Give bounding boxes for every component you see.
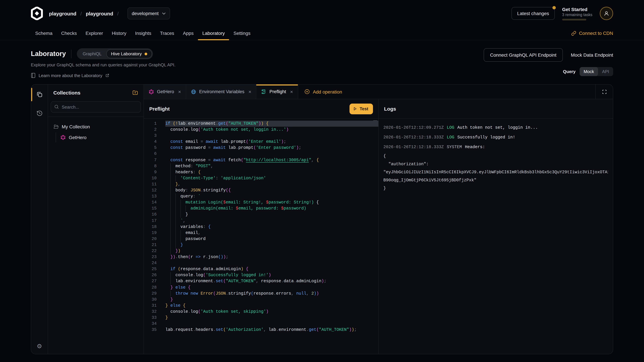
indent-guide	[180, 230, 181, 236]
rail-history-button[interactable]	[31, 108, 48, 119]
search-input[interactable]	[51, 101, 141, 113]
tab-preflight[interactable]: Preflight×	[256, 84, 298, 99]
indent-guide	[180, 212, 181, 218]
nav-item-schema[interactable]: Schema	[31, 26, 57, 40]
laboratory-workspace: ⚙ Collections	[31, 84, 613, 354]
mode-option-hive-laboratory[interactable]: Hive Laboratory	[106, 49, 152, 58]
line-content: email,	[165, 230, 378, 236]
get-started-progressbar	[562, 18, 586, 20]
indent-guide	[170, 199, 171, 205]
line-content: if (response.data.adminLogin) {	[165, 266, 378, 272]
nav-item-apps[interactable]: Apps	[178, 26, 198, 40]
line-number: 21	[144, 242, 157, 248]
line-content: console.log('Auth token set, skipping')	[165, 309, 378, 315]
line-number: 10	[144, 175, 157, 181]
log-timestamp: 2026-01-26T12:12:18.333Z	[384, 145, 444, 149]
nav-item-explorer[interactable]: Explorer	[81, 26, 107, 40]
log-message: Headers:	[465, 145, 485, 149]
folder-plus-icon[interactable]	[132, 89, 138, 95]
avatar[interactable]	[600, 7, 613, 20]
get-started-widget[interactable]: Get Started 3 remaining tasks	[562, 6, 592, 20]
target-select[interactable]: development	[127, 7, 170, 19]
test-button[interactable]: Test	[350, 103, 373, 114]
log-json-line: B90oqg_IjOmGtjP6CkiV5Jt695jBD0fjzPxk"	[384, 176, 608, 184]
nav-item-history[interactable]: History	[107, 26, 131, 40]
latest-changes-button[interactable]: Latest changes	[512, 7, 555, 20]
breadcrumb-separator: /	[80, 10, 82, 16]
line-content: variables: {	[165, 224, 378, 230]
settings-gear-button[interactable]: ⚙	[37, 343, 42, 350]
tab-gethero[interactable]: GetHero×	[144, 84, 186, 99]
query-option-mock[interactable]: Mock	[580, 67, 598, 76]
code-line: 18 variables: {	[144, 224, 378, 230]
indent-guide	[170, 236, 171, 242]
nav-item-checks[interactable]: Checks	[57, 26, 81, 40]
indent-guide	[180, 236, 181, 242]
breadcrumb-org[interactable]: playground	[49, 10, 76, 16]
add-operation-button[interactable]: Add operation	[298, 84, 348, 99]
code-editor[interactable]: 1if (!lab.environment.get("AUTH_TOKEN"))…	[144, 119, 378, 354]
left-rail: ⚙	[31, 84, 48, 354]
indent-guide	[170, 224, 171, 230]
divider	[71, 49, 72, 58]
connect-endpoint-button[interactable]: Connect GraphQL API Endpoint	[484, 48, 563, 62]
collections-panel: Collections My Collection	[48, 84, 144, 354]
line-content: headers: {	[165, 169, 378, 175]
rail-collections-button[interactable]	[31, 89, 48, 100]
indent-guide	[176, 175, 176, 181]
line-number: 1	[144, 121, 157, 127]
tab-label: Environment Variables	[199, 89, 244, 94]
learn-more-label: Learn more about the Laboratory	[38, 73, 102, 78]
fullscreen-icon	[602, 89, 607, 94]
line-content: }	[165, 212, 378, 218]
collection-operation-label: GetHero	[69, 135, 86, 140]
indent-guide	[176, 218, 176, 224]
nav-item-laboratory[interactable]: Laboratory	[198, 26, 229, 40]
line-number: 24	[144, 260, 157, 266]
indent-guide	[176, 236, 176, 242]
code-line: 11 },	[144, 181, 378, 187]
line-number: 14	[144, 199, 157, 205]
page-title: Laboratory	[31, 50, 66, 58]
collection-folder-item[interactable]: My Collection	[53, 122, 144, 132]
logs-panel: Logs 2026-01-26T12:12:09.271ZLOGAuth tok…	[379, 99, 613, 354]
log-entry: 2026-01-26T12:12:18.333ZLOGSuccessfully …	[384, 133, 608, 142]
get-started-subtitle: 3 remaining tasks	[562, 12, 592, 16]
connect-cdn-link[interactable]: Connect to CDN	[571, 30, 613, 36]
code-line: 2 console.log('Auth token not set, loggi…	[144, 127, 378, 133]
close-icon[interactable]: ×	[248, 89, 252, 94]
code-line: 30 }	[144, 297, 378, 303]
preflight-editor-pane: Preflight Test 1if (!lab.environment.get…	[144, 99, 379, 354]
tab-label: Preflight	[270, 89, 286, 94]
tab-environment-variables[interactable]: Environment Variables×	[186, 84, 256, 99]
fullscreen-button[interactable]	[595, 84, 613, 99]
collection-operation-item[interactable]: GetHero	[56, 132, 144, 142]
log-json-line: }	[384, 184, 608, 192]
code-line: 15 adminLogin(email: $email, password: $…	[144, 206, 378, 212]
breadcrumb-project[interactable]: playground	[86, 10, 113, 16]
collection-folder-label: My Collection	[62, 124, 90, 129]
query-option-api[interactable]: API	[598, 67, 613, 76]
line-content: })	[165, 248, 378, 254]
code-line: 9 headers: {	[144, 169, 378, 175]
page-subtitle: Explore your GraphQL schema and run quer…	[31, 62, 176, 67]
nav-item-insights[interactable]: Insights	[131, 26, 156, 40]
chevron-down-icon	[162, 12, 166, 14]
line-content	[165, 151, 378, 157]
indent-guide	[170, 175, 171, 181]
nav-item-traces[interactable]: Traces	[156, 26, 178, 40]
nav-item-settings[interactable]: Settings	[229, 26, 255, 40]
indent-guide	[170, 187, 171, 193]
user-icon	[603, 10, 610, 17]
indent-guide	[170, 248, 171, 254]
code-line: 14 mutation Login($email: String!, $pass…	[144, 199, 378, 205]
mode-option-graphiql[interactable]: GraphiQL	[78, 49, 106, 58]
close-icon[interactable]: ×	[178, 89, 181, 94]
indent-guide	[170, 291, 171, 297]
line-number: 17	[144, 218, 157, 224]
close-icon[interactable]: ×	[290, 89, 293, 94]
logs-output[interactable]: 2026-01-26T12:12:09.271ZLOGAuth token no…	[379, 119, 613, 354]
learn-more-link[interactable]: Learn more about the Laboratory	[31, 73, 176, 78]
mock-endpoint-button[interactable]: Mock Data Endpoint	[571, 52, 613, 58]
indent-guide	[176, 230, 176, 236]
